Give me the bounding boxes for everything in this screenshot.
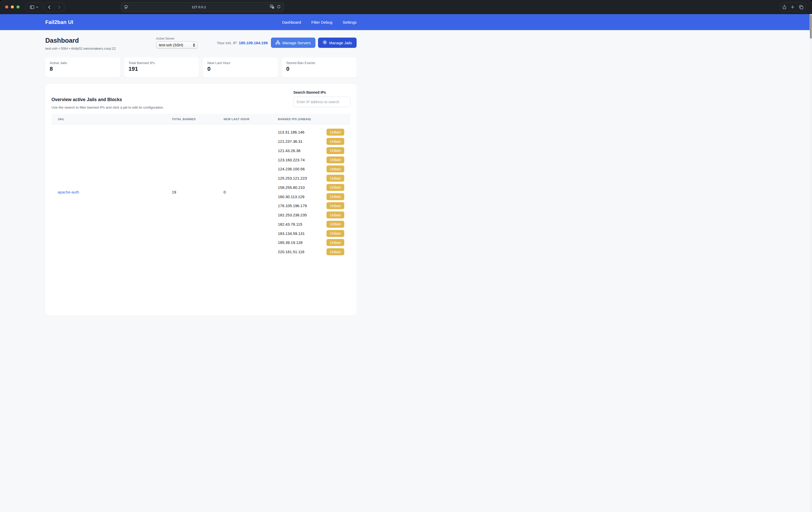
banned-ip-row: 160.30.113.129 Unban [278, 192, 344, 201]
stat-card-active-jails: Active Jails 8 [45, 57, 120, 78]
active-server-value: test-ssh (SSH) [159, 43, 193, 47]
address-bar[interactable]: 127.0.0.1 A x [121, 2, 284, 12]
external-ip-value: 185.109.164.199 [239, 41, 268, 45]
unban-button[interactable]: Unban [326, 211, 344, 219]
page-format-icon[interactable] [124, 5, 128, 9]
column-header-total-banned: Total Banned [166, 118, 218, 121]
close-window-button[interactable] [5, 5, 8, 8]
unban-button[interactable]: Unban [326, 184, 344, 191]
chevron-down-icon [36, 6, 38, 8]
manage-jails-button[interactable]: Manage Jails [318, 37, 357, 48]
app-navbar: Fail2ban UI Dashboard Filter Debug Setti… [0, 14, 406, 30]
banned-ip: 123.160.223.74 [278, 158, 304, 162]
stat-cards: Active Jails 8 Total Banned IPs 191 New … [45, 57, 357, 78]
overview-title: Overview active Jails and Blocks [52, 97, 164, 103]
traffic-lights [5, 5, 20, 8]
history-nav-buttons [44, 3, 64, 11]
banned-ip: 158.255.80.210 [278, 185, 304, 190]
unban-button[interactable]: Unban [326, 129, 344, 136]
stat-value: 0 [286, 66, 352, 72]
unban-button[interactable]: Unban [326, 221, 344, 228]
banned-ip-row: 158.255.80.210 Unban [278, 183, 344, 192]
banned-ip-row: 182.253.238.235 Unban [278, 210, 344, 220]
jails-table: Jail Total Banned New Last Hour Banned I… [52, 114, 350, 256]
browser-window: 127.0.0.1 A x [0, 0, 406, 256]
nav-links: Dashboard Filter Debug Settings [282, 20, 357, 24]
column-header-jail: Jail [52, 118, 166, 121]
unban-button[interactable]: Unban [326, 230, 344, 237]
banned-ip: 121.237.36.31 [278, 139, 302, 144]
page-title: Dashboard [45, 37, 116, 44]
svg-text:A: A [271, 5, 272, 7]
banned-ip-row: 121.43.26.38 Unban [278, 146, 344, 155]
banned-ip-row: 113.31.186.146 Unban [278, 127, 344, 137]
banned-ip-row: 125.253.121.223 Unban [278, 174, 344, 183]
banned-ip-row: 185.39.19.128 Unban [278, 238, 344, 247]
column-header-banned-ips: Banned IPs (Unban) [272, 118, 350, 121]
banned-ip: 185.39.19.128 [278, 240, 302, 245]
jail-link[interactable]: apache-auth [58, 190, 79, 194]
banned-ip: 182.43.78.115 [278, 222, 302, 226]
nav-item-settings[interactable]: Settings [343, 20, 357, 24]
nav-item-filter-debug[interactable]: Filter Debug [311, 20, 332, 24]
banned-ip: 124.236.100.56 [278, 167, 304, 171]
banned-ip: 176.105.196.179 [278, 203, 307, 208]
active-server-label: Active Server [156, 37, 197, 40]
banned-ip: 121.43.26.38 [278, 148, 300, 153]
banned-ip-list: 113.31.186.146 Unban 121.237.36.31 Unban… [272, 124, 350, 256]
select-stepper-icon [193, 44, 195, 47]
unban-button[interactable]: Unban [326, 165, 344, 172]
stat-label: Stored Ban Events [286, 61, 352, 65]
banned-ip-row: 121.237.36.31 Unban [278, 137, 344, 146]
banned-ip: 182.253.238.235 [278, 213, 307, 217]
page-header: Dashboard test-ssh • SSH • rlinfp02.swis… [45, 37, 357, 51]
search-banned-ips-input[interactable] [293, 97, 350, 107]
banned-ip-row: 183.134.59.131 Unban [278, 229, 344, 238]
unban-button[interactable]: Unban [326, 239, 344, 246]
banned-ip: 113.31.186.146 [278, 130, 304, 134]
minimize-window-button[interactable] [11, 5, 14, 8]
banned-ip-row: 182.43.78.115 Unban [278, 220, 344, 229]
stat-value: 8 [50, 66, 116, 72]
unban-button[interactable]: Unban [326, 193, 344, 200]
column-header-new-last-hour: New Last Hour [218, 118, 272, 121]
sidebar-toggle-button[interactable] [26, 3, 42, 11]
unban-button[interactable]: Unban [326, 138, 344, 145]
sitemap-icon [276, 40, 280, 45]
gear-icon [323, 40, 327, 45]
external-ip-label: Your ext. IP: [217, 41, 238, 45]
stat-card-total-banned: Total Banned IPs 191 [124, 57, 199, 78]
nav-item-dashboard[interactable]: Dashboard [282, 20, 301, 24]
back-button[interactable] [45, 3, 54, 11]
banned-ip-row: 124.236.100.56 Unban [278, 164, 344, 174]
unban-button[interactable]: Unban [326, 202, 344, 209]
unban-button[interactable]: Unban [326, 147, 344, 154]
stat-label: Active Jails [50, 61, 116, 65]
banned-ip: 160.30.113.129 [278, 195, 304, 199]
svg-text:x: x [273, 7, 274, 8]
stat-card-stored-ban-events: Stored Ban Events 0 [282, 57, 357, 78]
stat-value: 0 [207, 66, 273, 72]
overview-subtitle: Use the search to filter banned IPs and … [52, 106, 164, 109]
table-header-row: Jail Total Banned New Last Hour Banned I… [52, 114, 350, 124]
zoom-window-button[interactable] [17, 5, 20, 8]
manage-servers-label: Manage Servers [283, 41, 311, 45]
url-text: 127.0.0.1 [128, 5, 270, 9]
unban-button[interactable]: Unban [326, 175, 344, 182]
unban-button[interactable]: Unban [326, 248, 344, 255]
banned-ip-row: 123.160.223.74 Unban [278, 155, 344, 164]
translate-icon[interactable]: A x [270, 5, 274, 9]
manage-servers-button[interactable]: Manage Servers [271, 37, 315, 48]
forward-button[interactable] [54, 3, 64, 11]
unban-button[interactable]: Unban [326, 157, 344, 163]
brand[interactable]: Fail2ban UI [45, 19, 73, 25]
stat-label: New Last Hour [207, 61, 273, 65]
active-server-select[interactable]: test-ssh (SSH) [156, 41, 197, 49]
stat-label: Total Banned IPs [128, 61, 195, 65]
stat-card-new-last-hour: New Last Hour 0 [203, 57, 278, 78]
total-banned-value: 19 [166, 190, 218, 194]
browser-toolbar: 127.0.0.1 A x [0, 0, 406, 14]
page-subtitle: test-ssh • SSH • rlinfp02.swissmakers.co… [45, 47, 116, 51]
reload-icon[interactable] [277, 5, 281, 9]
table-row: apache-auth 19 0 113.31.186.146 Unban 12… [52, 124, 350, 256]
